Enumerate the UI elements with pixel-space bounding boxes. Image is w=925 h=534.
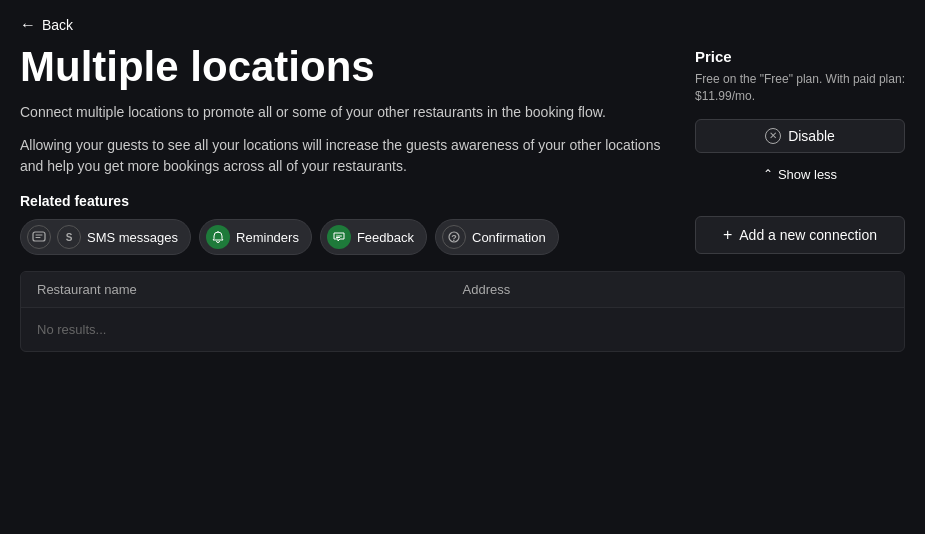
locations-table: Restaurant name Address No results... <box>20 271 905 352</box>
back-label: Back <box>42 17 73 33</box>
related-features-label: Related features <box>20 193 675 209</box>
column-restaurant-name: Restaurant name <box>37 282 463 297</box>
page-container: ← Back Multiple locations Connect multip… <box>0 0 925 352</box>
feedback-label: Feedback <box>357 230 414 245</box>
reminders-label: Reminders <box>236 230 299 245</box>
feature-pill-reminders[interactable]: Reminders <box>199 219 312 255</box>
svg-text:?: ? <box>451 233 457 243</box>
confirmation-label: Confirmation <box>472 230 546 245</box>
description-1: Connect multiple locations to promote al… <box>20 102 675 123</box>
disable-button[interactable]: ✕ Disable <box>695 119 905 153</box>
features-row: S SMS messages Reminders <box>20 219 675 255</box>
table-header: Restaurant name Address <box>21 272 904 308</box>
price-description: Free on the "Free" plan. With paid plan:… <box>695 71 905 105</box>
feedback-icon <box>327 225 351 249</box>
right-panel: Price Free on the "Free" plan. With paid… <box>695 44 905 255</box>
main-content: Multiple locations Connect multiple loca… <box>20 44 905 255</box>
price-title: Price <box>695 48 905 65</box>
svg-point-2 <box>336 234 337 235</box>
add-connection-label: Add a new connection <box>739 227 877 243</box>
sms-s-badge: S <box>57 225 81 249</box>
reminders-icon <box>206 225 230 249</box>
back-link[interactable]: ← Back <box>20 16 905 34</box>
sms-label: SMS messages <box>87 230 178 245</box>
no-results-message: No results... <box>37 322 888 337</box>
confirmation-icon: ? <box>442 225 466 249</box>
sms-icon <box>27 225 51 249</box>
back-arrow-icon: ← <box>20 16 36 34</box>
column-address: Address <box>463 282 889 297</box>
description-2: Allowing your guests to see all your loc… <box>20 135 675 177</box>
add-connection-button[interactable]: + Add a new connection <box>695 216 905 254</box>
feature-pill-confirmation[interactable]: ? Confirmation <box>435 219 559 255</box>
feature-pill-feedback[interactable]: Feedback <box>320 219 427 255</box>
feature-pill-sms[interactable]: S SMS messages <box>20 219 191 255</box>
show-less-label: Show less <box>778 167 837 182</box>
page-title: Multiple locations <box>20 44 675 90</box>
plus-icon: + <box>723 226 732 244</box>
chevron-up-icon: ⌃ <box>763 167 773 181</box>
svg-point-1 <box>217 231 219 233</box>
show-less-toggle[interactable]: ⌃ Show less <box>695 163 905 186</box>
left-panel: Multiple locations Connect multiple loca… <box>20 44 675 255</box>
table-body: No results... <box>21 308 904 351</box>
svg-rect-0 <box>33 232 45 241</box>
disable-icon: ✕ <box>765 128 781 144</box>
disable-label: Disable <box>788 128 835 144</box>
